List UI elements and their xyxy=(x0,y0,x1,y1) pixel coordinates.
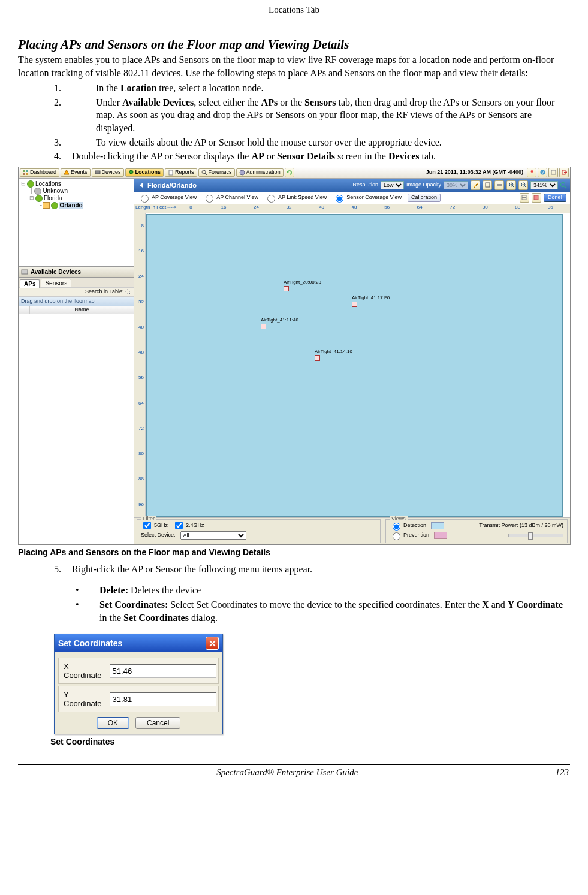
radio-ap-link[interactable]: AP Link Speed View xyxy=(264,193,327,203)
svg-point-10 xyxy=(530,170,533,173)
radio-ap-channel[interactable]: AP Channel View xyxy=(203,193,258,203)
dialog-titlebar: Set Coordinates xyxy=(55,634,222,652)
device-list-empty xyxy=(19,314,134,544)
resolution-select[interactable]: Low xyxy=(381,181,404,189)
horizontal-ruler: Length in Feet ----> 8162432404856647280… xyxy=(134,204,570,213)
svg-rect-4 xyxy=(95,171,100,174)
bc-icon-2[interactable] xyxy=(483,180,492,190)
view-icon-1[interactable] xyxy=(520,193,529,203)
toolbar-icon-2[interactable]: ? xyxy=(538,168,547,177)
done-button[interactable]: Done! xyxy=(544,194,566,202)
main-toolbar: Dashboard Events Devices Locations Repor… xyxy=(19,167,570,179)
ok-button[interactable]: OK xyxy=(97,717,129,729)
calibration-button[interactable]: Calibration xyxy=(408,194,441,202)
view-icon-2[interactable] xyxy=(532,193,541,203)
svg-rect-14 xyxy=(551,170,556,174)
step-2: 2. Under Available Devices, select eithe… xyxy=(54,96,564,135)
sensor-node[interactable]: AirTight_41:14:10 xyxy=(315,349,352,361)
tree-orlando[interactable]: └Orlando xyxy=(21,202,131,209)
step-1: 1. In the Location tree, select a locati… xyxy=(54,82,564,95)
bullet-set-coordinates: • Set Coordinates: Select Set Coordinate… xyxy=(72,598,570,624)
location-tree[interactable]: ⊟Locations ├Unknown ⊟Florida └Orlando xyxy=(19,179,134,267)
radio-detection[interactable]: Detection xyxy=(390,521,426,531)
svg-rect-19 xyxy=(486,183,490,187)
toolbar-icon-3[interactable] xyxy=(548,168,558,177)
admin-icon xyxy=(239,170,245,176)
close-icon xyxy=(209,640,216,647)
search-icon[interactable] xyxy=(125,289,131,295)
cancel-button[interactable]: Cancel xyxy=(135,717,180,729)
zoom-select[interactable]: 341% xyxy=(530,181,558,189)
opacity-select[interactable]: 30% xyxy=(444,181,468,189)
toolbar-icon-1[interactable] xyxy=(527,168,536,177)
svg-text:+: + xyxy=(565,182,566,186)
refresh-button[interactable] xyxy=(285,168,294,177)
y-coordinate-row: Y Coordinate xyxy=(58,686,219,712)
radio-sensor-coverage[interactable]: Sensor Coverage View xyxy=(333,193,402,203)
filter-fieldset: Filter 5GHz 2.4GHz Select Device: All xyxy=(137,519,381,543)
svg-rect-16 xyxy=(22,270,28,274)
select-device-label: Select Device: xyxy=(141,532,176,538)
floor-map-canvas[interactable]: AirTight_20:00:23AirTight_41:17:F0AirTig… xyxy=(146,214,563,517)
sensor-node[interactable]: AirTight_41:11:40 xyxy=(261,318,298,329)
page-header: Locations Tab xyxy=(18,5,570,17)
sensor-node[interactable]: AirTight_20:00:23 xyxy=(284,280,321,291)
tx-power-slider[interactable] xyxy=(508,534,563,537)
image-icon xyxy=(485,182,490,188)
tab-reports[interactable]: Reports xyxy=(165,168,197,177)
bullet-delete: • Delete: Deletes the device xyxy=(72,584,570,597)
header-rule xyxy=(18,19,570,19)
tab-forensics[interactable]: Forensics xyxy=(198,168,235,177)
forensics-icon xyxy=(201,170,207,176)
svg-text:?: ? xyxy=(541,170,544,174)
logout-icon xyxy=(562,170,567,175)
tab-events[interactable]: Events xyxy=(61,168,91,177)
tree-root[interactable]: ⊟Locations xyxy=(21,180,131,188)
x-coordinate-input[interactable] xyxy=(110,664,216,678)
breadcrumb-bar: Florida/Orlando Resolution Low Image Opa… xyxy=(134,179,570,192)
svg-rect-0 xyxy=(23,170,25,172)
zoom-add-icon[interactable]: + xyxy=(560,182,566,188)
radio-prevention[interactable]: Prevention xyxy=(390,531,429,540)
zoom-in-icon xyxy=(509,182,514,188)
tree-unknown[interactable]: ├Unknown xyxy=(21,188,131,195)
tab-locations[interactable]: Locations xyxy=(125,168,164,177)
help-icon: ? xyxy=(540,170,545,175)
tree-florida[interactable]: ⊟Florida xyxy=(21,195,131,202)
bc-icon-1[interactable] xyxy=(471,180,480,190)
dialog-close-button[interactable] xyxy=(206,637,219,650)
locations-icon xyxy=(128,170,134,176)
mini-tab-sensors[interactable]: Sensors xyxy=(41,279,71,287)
select-device[interactable]: All xyxy=(180,531,246,540)
app-screenshot: Dashboard Events Devices Locations Repor… xyxy=(18,167,571,545)
checkbox-24ghz[interactable]: 2.4GHz xyxy=(173,520,204,531)
dialog-caption: Set Coordinates xyxy=(50,737,570,746)
svg-rect-3 xyxy=(26,173,28,175)
y-coordinate-input[interactable] xyxy=(110,692,216,706)
available-devices-icon xyxy=(21,269,28,276)
grid-icon xyxy=(521,195,527,200)
toolbar-icon-4[interactable] xyxy=(559,168,569,177)
zoom-out-button[interactable] xyxy=(518,180,528,190)
tab-devices[interactable]: Devices xyxy=(92,168,124,177)
radio-ap-coverage[interactable]: AP Coverage View xyxy=(138,193,197,203)
bc-icon-3[interactable] xyxy=(494,180,504,190)
svg-point-5 xyxy=(129,170,133,174)
print-icon xyxy=(497,182,502,188)
devices-icon xyxy=(95,170,101,176)
tx-power-label: Transmit Power: (13 dBm / 20 mW) xyxy=(449,523,563,529)
tab-dashboard[interactable]: Dashboard xyxy=(20,168,59,177)
sensor-node[interactable]: AirTight_41:17:F0 xyxy=(352,296,390,307)
events-icon xyxy=(64,170,70,176)
pencil-icon xyxy=(473,182,478,188)
views-fieldset: Views Detection Transmit Power: (13 dBm … xyxy=(385,519,568,543)
intro-paragraph: The system enables you to place APs and … xyxy=(18,53,570,79)
svg-rect-20 xyxy=(497,184,502,186)
tab-administration[interactable]: Administration xyxy=(236,168,284,177)
opacity-label: Image Opacity xyxy=(406,182,441,188)
refresh-icon xyxy=(287,170,293,176)
zoom-in-button[interactable] xyxy=(506,180,516,190)
back-icon[interactable] xyxy=(138,182,145,189)
mini-tab-aps[interactable]: APs xyxy=(20,279,40,288)
picture-icon xyxy=(533,195,539,200)
